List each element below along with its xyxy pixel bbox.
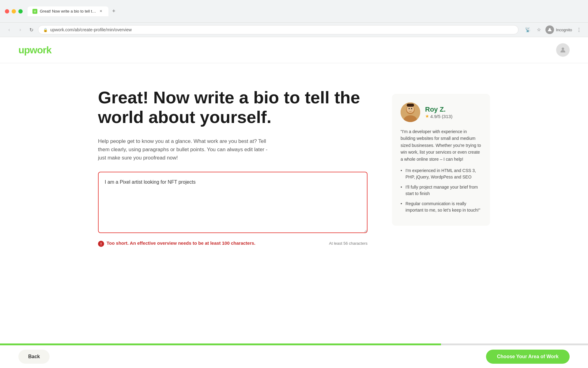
reload-button[interactable]: ↻ xyxy=(27,25,36,34)
footer-bar: Back Choose Your Area of Work xyxy=(0,345,588,368)
active-tab[interactable]: U Great! Now write a bio to tell t… ✕ xyxy=(28,6,108,16)
tab-title: Great! Now write a bio to tell t… xyxy=(40,9,96,13)
bookmark-icon[interactable]: ☆ xyxy=(534,25,543,34)
char-count: At least 56 characters xyxy=(329,241,368,246)
svg-point-7 xyxy=(411,108,412,109)
incognito-badge[interactable]: Incognito xyxy=(545,25,572,34)
rating-value: 4.9/5 xyxy=(430,114,440,119)
bullet-2: I'll fully project manage your brief fro… xyxy=(401,184,481,197)
back-button[interactable]: Back xyxy=(18,350,50,364)
new-tab-button[interactable]: + xyxy=(110,7,118,16)
forward-nav-button[interactable]: › xyxy=(16,25,24,34)
bullet-1: I'm experienced in HTML and CSS 3, PHP, … xyxy=(401,167,481,180)
lock-icon xyxy=(43,27,48,32)
page-heading: Great! Now write a bio to tell the world… xyxy=(98,88,368,127)
right-column: Roy Z. ★ 4.9/5 (313) "I'm a developer wi… xyxy=(392,88,490,247)
upwork-logo: upwork xyxy=(18,44,51,56)
bullet-3: Regular communication is really importan… xyxy=(401,201,481,213)
card-rating: ★ 4.9/5 (313) xyxy=(425,113,452,119)
bio-textarea-container xyxy=(98,172,368,234)
card-name: Roy Z. xyxy=(425,105,452,113)
browser-title-bar: U Great! Now write a bio to tell t… ✕ + xyxy=(0,0,588,23)
svg-point-1 xyxy=(562,48,564,50)
incognito-icon xyxy=(545,25,554,34)
example-card: Roy Z. ★ 4.9/5 (313) "I'm a developer wi… xyxy=(392,94,490,226)
tab-close-button[interactable]: ✕ xyxy=(99,9,104,14)
page-description: Help people get to know you at a glance.… xyxy=(98,137,270,162)
card-avatar xyxy=(401,102,420,122)
svg-point-6 xyxy=(409,108,410,109)
url-text: upwork.com/ab/create-profile/min/overvie… xyxy=(50,27,132,32)
card-header: Roy Z. ★ 4.9/5 (313) xyxy=(401,102,481,122)
error-text: Too short. An effective overview needs t… xyxy=(107,240,255,246)
incognito-label: Incognito xyxy=(556,28,572,32)
browser-nav-right: 📡 ☆ Incognito ⋮ xyxy=(523,25,583,34)
avatar[interactable] xyxy=(556,43,570,57)
error-message: ! Too short. An effective overview needs… xyxy=(98,240,255,247)
card-bio: "I'm a developer with experience in buil… xyxy=(401,128,481,163)
more-options-icon[interactable]: ⋮ xyxy=(575,25,583,34)
close-window-button[interactable] xyxy=(5,9,9,13)
avatar-face xyxy=(401,102,420,122)
page-content: upwork Great! Now write a bio to tell th… xyxy=(0,37,588,368)
window-controls xyxy=(5,9,23,13)
svg-rect-8 xyxy=(407,104,414,107)
site-header: upwork xyxy=(0,37,588,63)
main-area: Great! Now write a bio to tell the world… xyxy=(80,63,508,284)
cast-icon[interactable]: 📡 xyxy=(523,25,532,34)
bio-textarea[interactable] xyxy=(98,172,368,233)
star-icon: ★ xyxy=(425,113,429,119)
review-count: (313) xyxy=(442,114,452,119)
minimize-window-button[interactable] xyxy=(12,9,16,13)
left-column: Great! Now write a bio to tell the world… xyxy=(98,88,368,247)
address-bar[interactable]: upwork.com/ab/create-profile/min/overvie… xyxy=(38,25,518,34)
back-nav-button[interactable]: ‹ xyxy=(5,25,13,34)
tab-bar: U Great! Now write a bio to tell t… ✕ + xyxy=(28,6,118,16)
browser-nav-bar: ‹ › ↻ upwork.com/ab/create-profile/min/o… xyxy=(0,23,588,37)
card-bullets: I'm experienced in HTML and CSS 3, PHP, … xyxy=(401,167,481,213)
tab-favicon: U xyxy=(32,9,37,14)
card-info: Roy Z. ★ 4.9/5 (313) xyxy=(425,105,452,119)
choose-area-button[interactable]: Choose Your Area of Work xyxy=(486,350,570,364)
error-icon: ! xyxy=(98,241,104,247)
maximize-window-button[interactable] xyxy=(18,9,23,13)
